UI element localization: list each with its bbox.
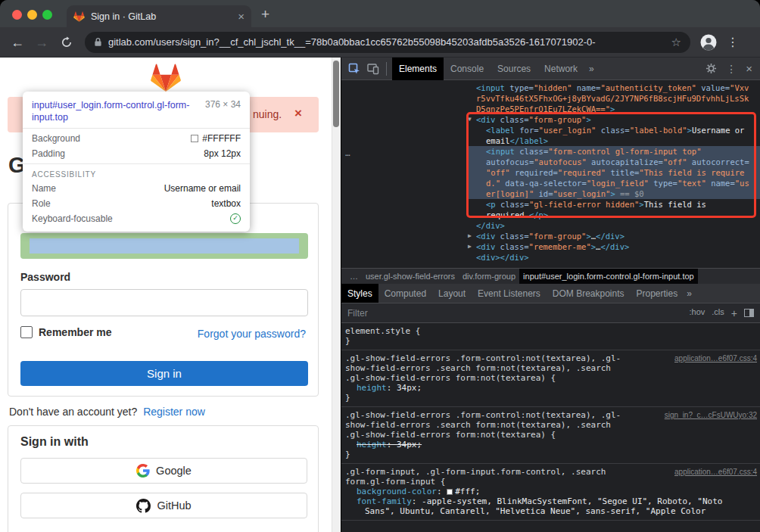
device-toolbar-icon[interactable] [367,63,379,75]
css-rule-close: } [345,450,757,459]
breadcrumb-item[interactable]: input#user_login.form-control.gl-form-in… [519,269,698,285]
inspect-tooltip: input#user_login.form-control.gl-form-in… [23,92,250,232]
styles-filter-input[interactable] [347,308,514,319]
tooltip-dimensions: 376 × 34 [205,99,241,123]
dom-tree-line[interactable]: D5gnzPe5PEnfrQ1Eu7LZekCWA=="> [341,104,760,114]
sign-in-button[interactable]: Sign in [20,361,308,386]
devtools-close-icon[interactable]: × [746,62,752,75]
dom-tree-line[interactable]: <label for="user_login" class="label-bol… [341,125,760,135]
dom-tree-line[interactable]: "off" required="required" title="This fi… [341,167,760,178]
css-property[interactable]: height: 34px; [345,383,757,393]
css-property[interactable]: height: 34px; [345,440,757,450]
devtools-tab-sources[interactable]: Sources [491,58,537,80]
inspect-element-icon[interactable] [348,63,360,75]
github-signin-button[interactable]: GitHub [20,493,307,518]
reload-icon[interactable] [61,36,73,48]
close-window-button[interactable] [12,10,22,20]
dom-tree-line[interactable]: <p class="gl-field-error hidden">This fi… [341,199,760,210]
tooltip-divider [23,163,250,164]
forgot-password-link[interactable]: Forgot your password? [198,328,306,340]
sidebar-tab-dom-breakpoints[interactable]: DOM Breakpoints [547,284,631,303]
tooltip-row-value: 8px 12px [204,148,241,159]
dom-tree-line[interactable]: required.</p> [341,210,760,220]
stylesheet-source-link[interactable]: sign_in?_c…cFsUWUyo:32 [665,410,757,420]
breadcrumb-item[interactable]: div.form-group [459,269,519,285]
page-scrollbar[interactable] [332,58,341,532]
sidebar-more-tabs-icon[interactable]: » [684,284,695,303]
state-toggle-cls[interactable]: .cls [712,307,724,319]
stylesheet-source-link[interactable]: application…e6f07.css:4 [674,467,757,477]
expander-closed-icon[interactable]: ▶ [468,231,472,241]
accessibility-section-title: ACCESSIBILITY [32,170,241,179]
gutter-ellipsis[interactable]: … [345,148,350,158]
forward-icon[interactable]: → [35,36,48,49]
css-rule-close: } [345,336,757,346]
dom-tree-line[interactable]: <input type="hidden" name="authenticity_… [341,82,760,93]
inspected-username-input[interactable] [20,233,308,259]
breadcrumb-item[interactable]: user.gl-show-field-errors [362,269,459,285]
sidebar-tab-properties[interactable]: Properties [631,284,684,303]
dom-tree-line[interactable]: </div> [341,220,760,231]
devtools-tab-elements[interactable]: Elements [392,58,444,80]
window-titlebar: Sign in · GitLab × + [0,0,760,27]
tooltip-row-label: Keyboard-focusable [32,213,113,224]
styles-sidebar-tabs-row: StylesComputedLayoutEvent ListenersDOM B… [341,284,760,303]
css-property[interactable]: background-color: #fff; [345,487,757,496]
gitlab-favicon-icon [73,11,85,22]
password-input[interactable] [20,289,308,316]
sidebar-tab-layout[interactable]: Layout [432,284,472,303]
minimize-window-button[interactable] [27,10,37,20]
dom-tree-line[interactable]: ▼<div class="form-group"> [341,114,760,125]
tooltip-row-label: Background [32,133,80,144]
dom-tree-line[interactable]: r5vvTfku46tX5FhxOG+j8yBYvadG/2JY7NP6fB8s… [341,93,760,104]
dom-tree-line[interactable]: autofocus="autofocus" autocapitalize="of… [341,157,760,167]
profile-avatar[interactable] [699,33,718,51]
alert-text: nuing. [253,108,282,120]
alert-close-icon[interactable]: × [294,106,302,121]
styles-filter-bar: :hov.cls+ [341,303,760,323]
new-tab-button[interactable]: + [261,5,269,24]
url-bar[interactable]: gitlab.com/users/sign_in?__cf_chl_jschl_… [85,32,690,53]
zoom-window-button[interactable] [42,10,52,20]
breadcrumb-bar: …user.gl-show-field-errorsdiv.form-group… [341,268,760,284]
dom-tree-line[interactable]: ▶<div class="remember-me">…</div> [341,241,760,252]
register-row: Don't have an account yet? Register now [9,406,205,418]
dom-tree-line[interactable]: email</label> [341,135,760,146]
bookmark-star-icon[interactable]: ☆ [671,36,681,49]
sidebar-tab-styles[interactable]: Styles [341,284,378,303]
devtools-tab-network[interactable]: Network [537,58,584,80]
browser-tab[interactable]: Sign in · GitLab × [67,5,251,27]
devtools-tab-console[interactable]: Console [444,58,491,80]
css-property[interactable]: font-family: -apple-system, BlinkMacSyst… [345,496,757,506]
more-tabs-icon[interactable]: » [584,58,599,80]
back-icon[interactable]: ← [11,36,24,49]
sidebar-tab-event-listeners[interactable]: Event Listeners [472,284,547,303]
stylesheet-source-link[interactable]: application…e6f07.css:4 [674,353,757,363]
browser-menu-icon[interactable]: ⋮ [727,35,740,49]
dom-tree-line[interactable]: er[login]" id="user_login"> == $0 [341,188,760,199]
dom-tree-line[interactable]: <div></div> [341,252,760,263]
social-title: Sign in with [20,435,89,449]
scrollbar-thumb[interactable] [333,61,339,127]
dom-tree-line[interactable]: d." data-qa-selector="login_field" type=… [341,178,760,188]
color-swatch[interactable] [447,489,453,495]
dom-tree-line[interactable]: <input class="form-control gl-form-input… [341,146,760,157]
sidebar-tab-computed[interactable]: Computed [378,284,432,303]
tab-close-icon[interactable]: × [238,11,245,22]
dom-tree-line[interactable]: ▶<div class="form-group">…</div> [341,231,760,241]
remember-me-checkbox[interactable] [20,326,33,338]
state-toggle-hov[interactable]: :hov [690,307,705,319]
devtools-panel: ElementsConsoleSourcesNetwork » [341,58,760,532]
state-toggle-[interactable]: + [731,307,737,319]
google-signin-button[interactable]: Google [20,458,307,484]
devtools-menu-icon[interactable]: ⋮ [726,63,737,75]
google-icon [136,464,150,478]
breadcrumb-item[interactable]: … [346,269,362,285]
toggle-sidebar-icon[interactable] [744,309,754,317]
url-text: gitlab.com/users/sign_in?__cf_chl_jschl_… [108,36,665,48]
toolbar-separator [386,62,387,76]
settings-gear-icon[interactable] [705,63,717,74]
expander-open-icon[interactable]: ▼ [468,114,472,125]
register-link[interactable]: Register now [143,406,205,418]
expander-closed-icon[interactable]: ▶ [468,241,472,252]
